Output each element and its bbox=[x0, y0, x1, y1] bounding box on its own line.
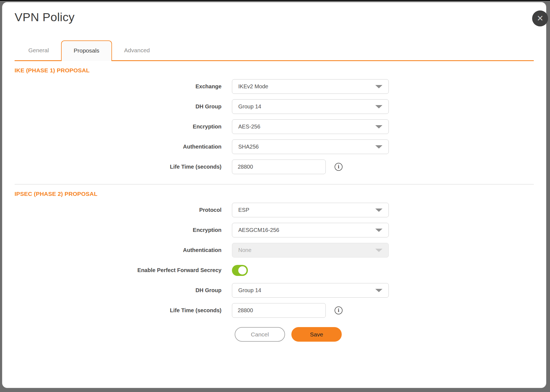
close-icon[interactable]: ✕ bbox=[532, 10, 548, 26]
form-row-authentication-p1: Authentication SHA256 bbox=[15, 139, 534, 154]
dh-group-label: DH Group bbox=[15, 287, 232, 294]
authentication-select-disabled: None bbox=[232, 243, 389, 257]
life-time-label: Life Time (seconds) bbox=[15, 307, 232, 314]
chevron-down-icon bbox=[375, 125, 382, 128]
chevron-down-icon bbox=[375, 105, 382, 108]
encryption-value: AESGCM16-256 bbox=[238, 227, 279, 233]
life-time-input[interactable] bbox=[232, 160, 326, 174]
encryption-label: Encryption bbox=[15, 227, 232, 233]
phase1-form: Exchange IKEv2 Mode DH Group Group 14 En… bbox=[15, 79, 534, 174]
form-row-life-time-p2: Life Time (seconds) i bbox=[15, 303, 534, 318]
exchange-label: Exchange bbox=[15, 83, 232, 90]
pfs-toggle[interactable] bbox=[232, 265, 248, 276]
form-row-dh-group-p1: DH Group Group 14 bbox=[15, 99, 534, 114]
encryption-select[interactable]: AES-256 bbox=[232, 119, 389, 134]
phase1-section-heading: IKE (PHASE 1) PROPOSAL bbox=[15, 67, 534, 74]
pfs-label: Enable Perfect Forward Secrecy bbox=[15, 267, 232, 273]
form-row-pfs: Enable Perfect Forward Secrecy bbox=[15, 263, 534, 278]
protocol-value: ESP bbox=[238, 207, 249, 213]
dh-group-value: Group 14 bbox=[238, 287, 261, 294]
form-row-authentication-p2: Authentication None bbox=[15, 243, 534, 257]
exchange-select[interactable]: IKEv2 Mode bbox=[232, 79, 389, 94]
chevron-down-icon bbox=[375, 85, 382, 88]
authentication-label: Authentication bbox=[15, 247, 232, 253]
authentication-select[interactable]: SHA256 bbox=[232, 139, 389, 154]
protocol-label: Protocol bbox=[15, 207, 232, 213]
chevron-down-icon bbox=[375, 289, 382, 292]
form-row-life-time-p1: Life Time (seconds) i bbox=[15, 160, 534, 174]
tab-bar: General Proposals Advanced bbox=[15, 40, 534, 61]
vpn-policy-dialog: ✕ VPN Policy General Proposals Advanced … bbox=[2, 2, 546, 388]
authentication-label: Authentication bbox=[15, 144, 232, 150]
cancel-button[interactable]: Cancel bbox=[235, 327, 285, 342]
form-row-dh-group-p2: DH Group Group 14 bbox=[15, 283, 534, 298]
authentication-value: SHA256 bbox=[238, 144, 259, 150]
encryption-label: Encryption bbox=[15, 124, 232, 130]
save-button[interactable]: Save bbox=[291, 327, 342, 342]
tab-proposals[interactable]: Proposals bbox=[61, 40, 112, 60]
dh-group-label: DH Group bbox=[15, 103, 232, 110]
life-time-label: Life Time (seconds) bbox=[15, 164, 232, 170]
chevron-down-icon bbox=[375, 145, 382, 149]
encryption-select-p2[interactable]: AESGCM16-256 bbox=[232, 223, 389, 237]
exchange-value: IKEv2 Mode bbox=[238, 83, 268, 90]
dh-group-select[interactable]: Group 14 bbox=[232, 99, 389, 114]
tab-advanced[interactable]: Advanced bbox=[112, 40, 162, 60]
form-row-exchange: Exchange IKEv2 Mode bbox=[15, 79, 534, 94]
info-icon[interactable]: i bbox=[335, 163, 343, 171]
action-buttons: Cancel Save bbox=[235, 327, 534, 342]
info-icon[interactable]: i bbox=[335, 306, 343, 314]
authentication-value: None bbox=[238, 247, 251, 253]
protocol-select[interactable]: ESP bbox=[232, 203, 389, 217]
form-row-encryption-p1: Encryption AES-256 bbox=[15, 119, 534, 134]
dh-group-value: Group 14 bbox=[238, 103, 261, 110]
phase2-section-heading: IPSEC (PHASE 2) PROPOSAL bbox=[15, 191, 534, 197]
close-glyph: ✕ bbox=[537, 14, 543, 23]
dh-group-select-p2[interactable]: Group 14 bbox=[232, 283, 389, 298]
life-time-input-p2[interactable] bbox=[232, 303, 326, 318]
form-row-protocol: Protocol ESP bbox=[15, 203, 534, 217]
toggle-knob bbox=[238, 266, 247, 275]
chevron-down-icon bbox=[375, 209, 382, 212]
chevron-down-icon bbox=[375, 249, 382, 252]
page-title: VPN Policy bbox=[15, 2, 534, 24]
tab-general[interactable]: General bbox=[16, 40, 61, 60]
chevron-down-icon bbox=[375, 229, 382, 232]
form-row-encryption-p2: Encryption AESGCM16-256 bbox=[15, 223, 534, 237]
section-divider bbox=[15, 184, 534, 185]
encryption-value: AES-256 bbox=[238, 124, 260, 130]
phase2-form: Protocol ESP Encryption AESGCM16-256 Aut… bbox=[15, 203, 534, 318]
